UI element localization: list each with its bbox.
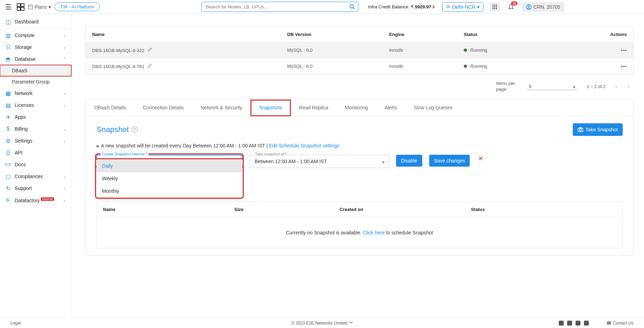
help-icon[interactable]: ? bbox=[132, 126, 138, 132]
sidebar-compliances[interactable]: ▢Compliances⌄ bbox=[0, 170, 71, 182]
chevron-down-icon: ⌄ bbox=[63, 126, 66, 131]
svg-rect-3 bbox=[21, 7, 24, 10]
search-input[interactable] bbox=[201, 2, 358, 12]
search-icon[interactable] bbox=[349, 4, 355, 9]
pager-next[interactable]: › bbox=[627, 83, 629, 90]
database-icon: ◓ bbox=[5, 56, 11, 62]
datafactory-icon: ⎘ bbox=[5, 197, 11, 203]
snapshot-at-select[interactable]: Between 12:00 AM - 1:00 AM IST ▾ bbox=[249, 155, 389, 168]
tab-monitoring[interactable]: Monitoring bbox=[337, 100, 376, 116]
save-changes-button[interactable]: Save changes bbox=[429, 155, 470, 167]
notification-badge: 35 bbox=[511, 1, 518, 6]
tab-alerts[interactable]: Alerts bbox=[376, 100, 405, 116]
pager-select-wrap[interactable]: 5 ▾ bbox=[527, 84, 577, 89]
interval-option-weekly[interactable]: Weekly bbox=[96, 172, 242, 185]
sidebar-database[interactable]: ◓Database⌃ bbox=[0, 53, 71, 65]
tabs: DBaaS Details Connection Details Network… bbox=[86, 100, 633, 116]
tab-snapshots[interactable]: Snapshots bbox=[251, 100, 291, 116]
chevron-down-icon: ▾ bbox=[573, 85, 576, 90]
db-list-card: Name DB Version Engine Status Actions DB… bbox=[86, 27, 634, 74]
user-icon bbox=[526, 4, 532, 10]
svg-rect-0 bbox=[17, 3, 20, 7]
svg-rect-4 bbox=[28, 5, 32, 9]
svg-rect-11 bbox=[494, 5, 495, 6]
region-selector[interactable]: Delhi-NCR ▾ bbox=[442, 2, 483, 12]
interval-field[interactable]: Create Snapshot Interval * Daily Weekly … bbox=[96, 155, 242, 167]
snapshot-at-field[interactable]: Take snapshot at * Between 12:00 AM - 1:… bbox=[249, 155, 389, 168]
sidebar-storage[interactable]: ☷Storage⌄ bbox=[0, 41, 71, 53]
sidebar-api[interactable]: {}API bbox=[0, 147, 71, 159]
chevron-down-icon: ⌄ bbox=[63, 186, 66, 191]
compliance-icon: ▢ bbox=[5, 173, 11, 180]
crn-button[interactable]: CRN. 20705 bbox=[522, 2, 564, 12]
sidebar-billing[interactable]: $Billing⌄ bbox=[0, 123, 71, 135]
interval-option-daily[interactable]: Daily bbox=[96, 160, 242, 172]
tab-slow-log-queries[interactable]: Slow Log Queries bbox=[405, 100, 461, 116]
empty-state: Currently no Snapshot is available. Clic… bbox=[97, 217, 622, 248]
tab-dbaas-details[interactable]: DBaaS Details bbox=[86, 100, 134, 116]
support-icon: ↻ bbox=[5, 185, 11, 191]
disable-button[interactable]: Disable bbox=[396, 155, 422, 167]
camera-icon bbox=[578, 127, 583, 132]
tab-network-security[interactable]: Network & Security bbox=[192, 100, 251, 116]
table-row[interactable]: DBS-16GB-MySQL-8-761 MySQL - 8.0 Innodb … bbox=[86, 58, 633, 74]
sidebar-docs[interactable]: <>Docs bbox=[0, 159, 71, 170]
network-icon: ▦ bbox=[5, 90, 11, 96]
edit-icon[interactable] bbox=[147, 63, 152, 68]
snapshot-title: Snapshot ? bbox=[96, 125, 138, 134]
sidebar-network[interactable]: ▦Network⌄ bbox=[0, 87, 71, 99]
hamburger-menu[interactable]: ☰ bbox=[3, 1, 13, 13]
svg-rect-10 bbox=[492, 5, 493, 6]
col-dbversion: DB Version bbox=[281, 27, 383, 42]
credit-balance: Infra Credit Balance: ₹ 5929.97 /- bbox=[368, 4, 435, 9]
svg-rect-13 bbox=[492, 6, 493, 7]
snapshot-table: Name Size Created on Status Currently no… bbox=[96, 202, 623, 248]
sidebar-licenses[interactable]: ▤Licenses⌄ bbox=[0, 99, 71, 111]
chevron-down-icon: ▾ bbox=[477, 4, 480, 10]
edit-schedule-link[interactable]: Edit Schedule Snapshot settings bbox=[269, 143, 339, 148]
close-icon[interactable]: ✕ bbox=[478, 155, 483, 162]
sidebar-settings[interactable]: ⚙Settings⌄ bbox=[0, 135, 71, 147]
top-bar: ☰ Plans ▾ TIR - AI Platform Infra Credit… bbox=[0, 0, 644, 14]
take-snapshot-button[interactable]: Take Snapshot bbox=[573, 123, 623, 136]
status-dot bbox=[464, 65, 467, 68]
apps-icon: ✈ bbox=[5, 114, 11, 120]
sidebar-dbaas[interactable]: DBaaS bbox=[0, 65, 71, 76]
pager-prev[interactable]: ‹ bbox=[615, 83, 617, 90]
sidebar-parameter-group[interactable]: Parameter Group bbox=[0, 76, 71, 87]
pager-label: Items per page: bbox=[496, 81, 517, 93]
svg-point-9 bbox=[448, 6, 449, 7]
more-actions[interactable]: ••• bbox=[621, 48, 627, 53]
sidebar-compute[interactable]: ▥Compute⌄ bbox=[0, 29, 71, 41]
click-here-link[interactable]: Click here bbox=[363, 230, 385, 235]
svg-rect-14 bbox=[494, 6, 495, 7]
tab-read-replica[interactable]: Read Replica bbox=[291, 100, 337, 116]
more-actions[interactable]: ••• bbox=[621, 64, 627, 69]
edit-icon[interactable] bbox=[147, 47, 152, 52]
col-actions: Actions bbox=[555, 27, 633, 42]
pager-select[interactable]: 5 bbox=[527, 83, 577, 90]
svg-rect-18 bbox=[496, 8, 497, 9]
interval-label: Create Snapshot Interval * bbox=[101, 152, 148, 156]
bullet-icon bbox=[96, 145, 99, 147]
tir-chip[interactable]: TIR - AI Platform bbox=[54, 2, 100, 11]
snapshot-panel: Snapshot ? Take Snapshot A new snapshot … bbox=[86, 116, 633, 255]
svg-rect-16 bbox=[492, 8, 493, 9]
chevron-up-icon: ⌃ bbox=[63, 57, 66, 61]
sidebar-dashboard[interactable]: ◫Dashboard bbox=[0, 16, 71, 28]
snap-col-name: Name bbox=[97, 202, 228, 217]
sidebar-support[interactable]: ↻Support⌄ bbox=[0, 182, 71, 194]
tab-connection-details[interactable]: Connection Details bbox=[134, 100, 192, 116]
billing-icon: $ bbox=[5, 126, 11, 132]
interval-option-monthly[interactable]: Monthly bbox=[96, 185, 242, 197]
svg-rect-1 bbox=[21, 3, 24, 7]
table-row[interactable]: DBS-16GB-MySQL-8-322 MySQL - 8.0 Innodb … bbox=[86, 42, 633, 58]
chevron-down-icon: ⌄ bbox=[63, 174, 66, 179]
storage-icon: ☷ bbox=[5, 44, 11, 50]
notifications-button[interactable]: 35 bbox=[506, 2, 515, 12]
sidebar-datafactory[interactable]: ⎘DatafactoryInternal⌄ bbox=[0, 194, 71, 206]
plans-dropdown[interactable]: Plans ▾ bbox=[28, 4, 51, 10]
apps-grid-button[interactable] bbox=[490, 2, 500, 12]
col-engine: Engine bbox=[383, 27, 457, 42]
sidebar-apps[interactable]: ✈Apps bbox=[0, 111, 71, 123]
